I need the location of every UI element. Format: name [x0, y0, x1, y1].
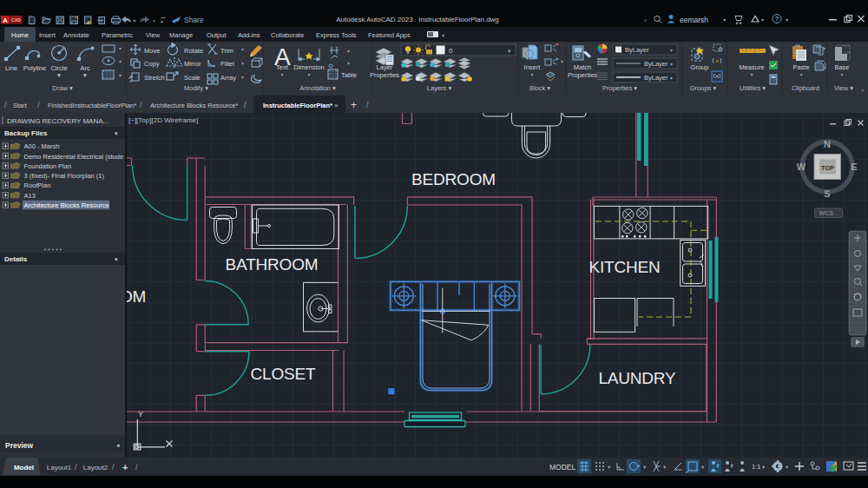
svg-text:Properties ▾: Properties ▾ — [602, 84, 637, 92]
svg-text:▾: ▾ — [161, 19, 163, 24]
svg-text:Fillet: Fillet — [220, 60, 235, 68]
svg-text:▾: ▾ — [347, 61, 350, 66]
svg-text:FinishedInstructableFloorPlan*: FinishedInstructableFloorPlan* — [48, 102, 136, 109]
svg-text:N: N — [824, 139, 831, 149]
svg-text:Modify ▾: Modify ▾ — [184, 84, 208, 92]
svg-text:CLOSET: CLOSET — [251, 365, 316, 383]
svg-text:S: S — [824, 188, 830, 199]
svg-text:▾: ▾ — [643, 464, 647, 470]
svg-text:▾: ▾ — [761, 17, 764, 23]
svg-text:A13: A13 — [24, 192, 36, 200]
svg-text:Foundation Plan: Foundation Plan — [24, 162, 72, 170]
svg-text:▾: ▾ — [307, 72, 310, 77]
svg-text:/: / — [37, 101, 40, 109]
svg-text:▾: ▾ — [786, 464, 789, 470]
svg-text:Insert: Insert — [39, 31, 56, 39]
svg-text:▾: ▾ — [786, 17, 788, 23]
svg-text:×: × — [334, 102, 339, 109]
svg-text:Annotation ▾: Annotation ▾ — [299, 84, 336, 92]
svg-text:Match: Match — [574, 63, 591, 71]
svg-text:OM: OM — [127, 287, 146, 306]
svg-text:▾: ▾ — [670, 76, 673, 81]
svg-text:BATHROOM: BATHROOM — [226, 255, 319, 274]
svg-text:Layers ▾: Layers ▾ — [427, 84, 452, 92]
svg-text:Preview: Preview — [5, 441, 34, 450]
svg-text:Clipboard: Clipboard — [792, 84, 819, 92]
svg-text:▾: ▾ — [119, 73, 122, 78]
svg-text:A: A — [3, 16, 8, 24]
svg-text:/: / — [135, 463, 138, 472]
svg-text:Draw ▾: Draw ▾ — [52, 84, 73, 92]
svg-text:+: + — [351, 99, 357, 111]
svg-text:▾: ▾ — [823, 46, 825, 51]
svg-text:/: / — [366, 101, 369, 109]
svg-text:WCS: WCS — [819, 210, 834, 216]
svg-text:▾: ▾ — [241, 75, 244, 80]
svg-text:Rotate: Rotate — [184, 47, 203, 55]
svg-text:‹: ‹ — [644, 16, 647, 24]
svg-text:Block ▾: Block ▾ — [529, 84, 550, 92]
svg-text:Polyline: Polyline — [23, 64, 46, 72]
svg-text:Express Tools: Express Tools — [316, 31, 357, 39]
svg-text:Manage: Manage — [169, 31, 193, 39]
svg-text:BEDROOM: BEDROOM — [411, 170, 496, 188]
svg-text:Move: Move — [144, 47, 160, 55]
svg-text:Properties: Properties — [568, 71, 597, 79]
svg-text:▾: ▾ — [119, 59, 122, 64]
svg-text:▾: ▾ — [347, 49, 350, 54]
svg-text:Details: Details — [4, 255, 28, 263]
svg-text:Utilities ▾: Utilities ▾ — [740, 84, 766, 92]
svg-text:1:1: 1:1 — [752, 463, 760, 471]
svg-text:×: × — [861, 88, 865, 93]
svg-text:CAD: CAD — [11, 17, 21, 23]
svg-text:▾: ▾ — [57, 71, 61, 79]
svg-text:Output: Output — [207, 31, 227, 39]
svg-text:▾: ▾ — [663, 464, 667, 470]
svg-text:DRAWING RECOVERY MANA...: DRAWING RECOVERY MANA... — [7, 117, 108, 125]
svg-text:▾: ▾ — [115, 130, 118, 136]
svg-text:▾: ▾ — [119, 46, 122, 51]
svg-text:▾: ▾ — [750, 72, 753, 77]
svg-text:Y: Y — [138, 410, 143, 419]
svg-text:Add-ins: Add-ins — [238, 31, 260, 39]
svg-text:▾: ▾ — [561, 59, 563, 64]
svg-text:Table: Table — [341, 71, 357, 79]
svg-text:Layer: Layer — [377, 63, 393, 71]
svg-text:Autodesk AutoCAD 2023 Instru: Autodesk AutoCAD 2023 InstructableFloorP… — [336, 16, 499, 23]
svg-text:Group: Group — [691, 63, 709, 71]
svg-text:Measure: Measure — [739, 63, 764, 71]
svg-text:▾: ▾ — [153, 18, 155, 23]
svg-text:Parametric: Parametric — [102, 31, 134, 39]
svg-text:Array: Array — [220, 74, 236, 82]
svg-text:◂: ◂ — [116, 442, 120, 448]
svg-text:0: 0 — [449, 47, 453, 55]
svg-text:Line: Line — [5, 64, 17, 72]
svg-text:KITCHEN: KITCHEN — [589, 258, 661, 276]
svg-text:MODEL: MODEL — [549, 463, 576, 472]
svg-text:View ▾: View ▾ — [834, 84, 853, 92]
svg-text:ByLayer: ByLayer — [644, 74, 668, 82]
svg-text:Scale: Scale — [184, 74, 201, 82]
svg-text:▾: ▾ — [115, 256, 118, 262]
svg-text:Trim: Trim — [220, 47, 233, 55]
svg-text:RoofPlan: RoofPlan — [24, 181, 51, 189]
svg-text:Model: Model — [14, 464, 34, 472]
svg-text:TOP: TOP — [821, 164, 834, 172]
svg-text:[−][Top][2D Wireframe]: [−][Top][2D Wireframe] — [128, 116, 198, 124]
svg-text:Groups ▾: Groups ▾ — [690, 84, 717, 92]
svg-text:eemarsh: eemarsh — [680, 16, 708, 24]
svg-text:Properties: Properties — [370, 71, 399, 79]
svg-text:A00 - Marsh: A00 - Marsh — [24, 142, 60, 150]
svg-text:Demo Residential Electrical (s: Demo Residential Electrical (stude — [24, 153, 124, 161]
svg-text:▾: ▾ — [241, 47, 244, 52]
svg-text:Share: Share — [184, 16, 204, 24]
svg-text:▾: ▾ — [530, 72, 533, 77]
svg-text:▾: ▾ — [241, 61, 244, 66]
svg-text:Annotate: Annotate — [63, 31, 89, 39]
svg-text:Paste: Paste — [792, 63, 809, 71]
svg-text:▾: ▾ — [762, 464, 766, 470]
svg-text:LAUNDRY: LAUNDRY — [598, 369, 676, 387]
svg-text:3 (fixed)- Final Floorplan (1): 3 (fixed)- Final Floorplan (1) — [24, 172, 105, 180]
svg-text:+: + — [122, 462, 128, 472]
svg-text:▾: ▾ — [134, 18, 136, 23]
